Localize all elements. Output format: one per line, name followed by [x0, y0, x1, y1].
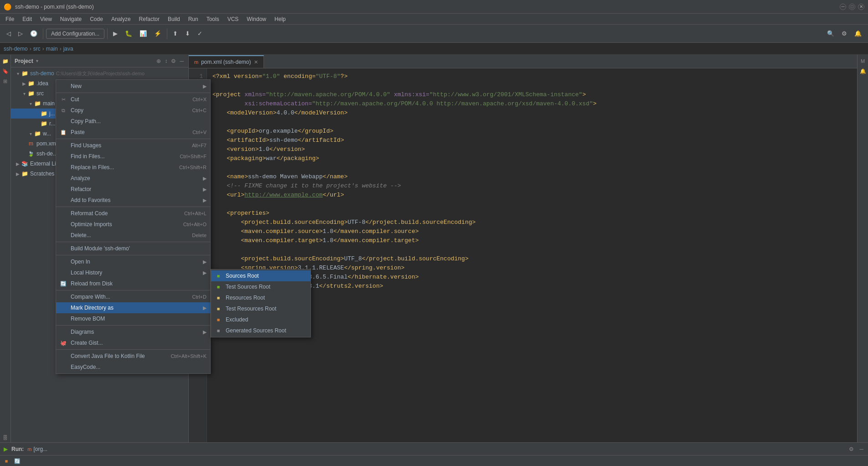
context-menu: New ▶ ✂ Cut Ctrl+X ⧉ Copy Ctrl+C Copy Pa…	[56, 79, 211, 374]
ctx-copy-path-label: Copy Path...	[71, 118, 207, 124]
ctx-delete[interactable]: Delete... Delete	[56, 230, 210, 241]
ctx-build-module-label: Build Module 'ssh-demo'	[71, 245, 207, 252]
ctx-excluded[interactable]: ■ Excluded	[211, 314, 310, 325]
ctx-add-favorites[interactable]: Add to Favorites ▶	[56, 195, 210, 206]
ctx-refactor[interactable]: Refactor ▶	[56, 184, 210, 195]
ctx-resources-root-label: Resources Root	[226, 295, 307, 301]
ctx-replace-in-files-label: Replace in Files...	[71, 164, 176, 171]
ctx-compare-with[interactable]: Compare With... Ctrl+D	[56, 291, 210, 302]
ctx-find-in-files-label: Find in Files...	[71, 153, 176, 160]
paste-icon: 📋	[60, 129, 67, 135]
ctx-local-history-label: Local History	[71, 269, 199, 276]
ctx-optimize-imports[interactable]: Optimize Imports Ctrl+Alt+O	[56, 219, 210, 230]
excluded-icon: ■	[215, 317, 222, 322]
ctx-sep-5	[56, 255, 210, 255]
ctx-delete-shortcut: Delete	[192, 233, 207, 238]
ctx-sep-2	[56, 139, 210, 139]
ctx-sources-root-label: Sources Root	[226, 273, 307, 279]
ctx-optimize-imports-shortcut: Ctrl+Alt+O	[183, 222, 207, 227]
ctx-sep-6	[56, 290, 210, 290]
ctx-diagrams[interactable]: Diagrams ▶	[56, 326, 210, 337]
ctx-refactor-arrow: ▶	[203, 186, 207, 192]
sources-root-icon: ■	[215, 273, 222, 279]
ctx-copy[interactable]: ⧉ Copy Ctrl+C	[56, 105, 210, 116]
ctx-sources-root[interactable]: ■ Sources Root	[211, 270, 310, 281]
ctx-reformat-shortcut: Ctrl+Alt+L	[184, 211, 207, 216]
ctx-local-history[interactable]: Local History ▶	[56, 267, 210, 278]
ctx-test-resources-root[interactable]: ■ Test Resources Root	[211, 303, 310, 314]
ctx-compare-label: Compare With...	[71, 294, 189, 300]
ctx-analyze-arrow: ▶	[203, 176, 207, 181]
ctx-analyze-label: Analyze	[71, 175, 199, 181]
ctx-resources-root[interactable]: ■ Resources Root	[211, 292, 310, 303]
ctx-easycode-label: EasyCode...	[71, 364, 207, 370]
ctx-replace-in-files-shortcut: Ctrl+Shift+R	[179, 165, 207, 170]
ctx-diagrams-label: Diagrams	[71, 329, 199, 335]
ctx-create-gist[interactable]: 🐙 Create Gist...	[56, 337, 210, 348]
ctx-sep-1	[56, 93, 210, 93]
ctx-convert-kotlin-label: Convert Java File to Kotlin File	[71, 353, 167, 359]
ctx-sep-8	[56, 349, 210, 350]
ctx-copy-path[interactable]: Copy Path...	[56, 116, 210, 127]
ctx-diagrams-arrow: ▶	[203, 329, 207, 335]
ctx-create-gist-label: Create Gist...	[71, 340, 207, 346]
ctx-convert-kotlin-shortcut: Ctrl+Alt+Shift+K	[170, 353, 207, 359]
ctx-remove-bom-label: Remove BOM	[71, 316, 207, 322]
ctx-remove-bom[interactable]: Remove BOM	[56, 313, 210, 324]
ctx-paste[interactable]: 📋 Paste Ctrl+V	[56, 127, 210, 138]
ctx-find-usages[interactable]: Find Usages Alt+F7	[56, 140, 210, 151]
generated-sources-root-icon: ■	[215, 328, 222, 333]
ctx-find-usages-label: Find Usages	[71, 142, 188, 149]
ctx-refactor-label: Refactor	[71, 186, 199, 192]
ctx-find-in-files[interactable]: Find in Files... Ctrl+Shift+F	[56, 151, 210, 162]
ctx-cut[interactable]: ✂ Cut Ctrl+X	[56, 94, 210, 105]
ctx-new-label: New	[71, 83, 199, 89]
ctx-reload-from-disk[interactable]: 🔄 Reload from Disk	[56, 278, 210, 289]
ctx-paste-label: Paste	[71, 129, 189, 135]
ctx-optimize-imports-label: Optimize Imports	[71, 221, 180, 228]
ctx-mark-dir-arrow: ▶	[203, 305, 207, 311]
ctx-find-in-files-shortcut: Ctrl+Shift+F	[180, 154, 207, 159]
ctx-easycode[interactable]: EasyCode...	[56, 362, 210, 373]
ctx-open-in[interactable]: Open In ▶	[56, 256, 210, 267]
ctx-open-in-arrow: ▶	[203, 259, 207, 265]
ctx-paste-shortcut: Ctrl+V	[192, 129, 207, 135]
ctx-open-in-label: Open In	[71, 259, 199, 265]
test-resources-root-icon: ■	[215, 306, 222, 311]
ctx-replace-in-files[interactable]: Replace in Files... Ctrl+Shift+R	[56, 162, 210, 173]
ctx-cut-label: Cut	[71, 96, 189, 103]
copy-icon: ⧉	[60, 108, 67, 114]
ctx-add-favorites-label: Add to Favorites	[71, 197, 199, 203]
ctx-delete-label: Delete...	[71, 232, 188, 238]
ctx-test-resources-root-label: Test Resources Root	[226, 305, 307, 312]
ctx-reload-label: Reload from Disk	[71, 280, 207, 287]
ctx-mark-directory[interactable]: Mark Directory as ▶	[56, 302, 210, 313]
ctx-compare-shortcut: Ctrl+D	[192, 294, 207, 300]
ctx-new[interactable]: New ▶	[56, 81, 210, 92]
ctx-reformat[interactable]: Reformat Code Ctrl+Alt+L	[56, 208, 210, 219]
ctx-build-module[interactable]: Build Module 'ssh-demo'	[56, 243, 210, 254]
ctx-new-arrow: ▶	[203, 83, 207, 89]
submenu-mark-directory: ■ Sources Root ■ Test Sources Root ■ Res…	[211, 269, 311, 337]
ctx-sep-4	[56, 242, 210, 242]
ctx-excluded-label: Excluded	[226, 316, 307, 323]
ctx-generated-sources-root[interactable]: ■ Generated Sources Root	[211, 325, 310, 336]
ctx-mark-dir-label: Mark Directory as	[71, 305, 199, 311]
reload-icon: 🔄	[60, 281, 67, 287]
ctx-generated-sources-root-label: Generated Sources Root	[226, 327, 307, 334]
ctx-find-usages-shortcut: Alt+F7	[192, 143, 207, 148]
ctx-add-favorites-arrow: ▶	[203, 197, 207, 203]
context-menu-overlay[interactable]: New ▶ ✂ Cut Ctrl+X ⧉ Copy Ctrl+C Copy Pa…	[0, 0, 868, 466]
ctx-sep-3	[56, 207, 210, 207]
create-gist-icon: 🐙	[60, 340, 67, 346]
ctx-test-sources-root[interactable]: ■ Test Sources Root	[211, 281, 310, 292]
ctx-copy-label: Copy	[71, 107, 189, 114]
ctx-cut-shortcut: Ctrl+X	[192, 97, 207, 102]
ctx-copy-shortcut: Ctrl+C	[192, 108, 207, 113]
test-sources-root-icon: ■	[215, 284, 222, 290]
ctx-local-history-arrow: ▶	[203, 270, 207, 276]
ctx-reformat-label: Reformat Code	[71, 210, 181, 217]
resources-root-icon: ■	[215, 295, 222, 300]
ctx-analyze[interactable]: Analyze ▶	[56, 173, 210, 184]
ctx-convert-kotlin[interactable]: Convert Java File to Kotlin File Ctrl+Al…	[56, 351, 210, 362]
